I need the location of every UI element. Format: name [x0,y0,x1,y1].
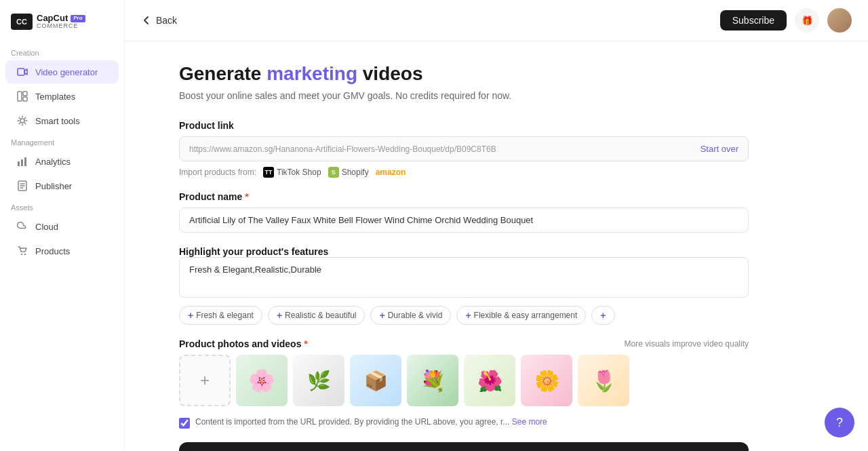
gift-icon: 🎁 [802,16,813,26]
photos-grid: + 🌸 🌿 📦 💐 🌺 🌼 🌷 [179,355,749,406]
svg-rect-5 [18,161,20,166]
main-content: Back Subscribe 🎁 Generate marketing vide… [125,0,868,451]
avatar[interactable] [827,8,852,33]
svg-rect-6 [21,159,23,166]
svg-rect-7 [24,157,26,166]
shopify-icon: S [328,167,339,178]
sidebar-label-video-generator: Video generator [35,67,98,77]
logo-icon: CC [11,14,33,30]
sidebar-item-analytics[interactable]: Analytics [5,150,119,173]
consent-checkbox[interactable] [179,418,190,429]
generate-button[interactable]: Generate [179,442,749,451]
photo-thumb-3[interactable]: 📦 [350,355,401,406]
logo: CC CapCut Pro Commerce [0,8,124,43]
tools-icon [16,115,28,127]
subscribe-button[interactable]: Subscribe [720,10,787,31]
features-input-wrap: Fresh & Elegant,Realistic,Durable [179,257,749,300]
page-content: Generate marketing videos Boost your onl… [125,41,803,451]
required-marker: * [245,191,248,202]
photo-thumb-7[interactable]: 🌷 [578,355,629,406]
feature-tag-more[interactable]: + [591,306,614,325]
sidebar-label-cloud: Cloud [35,222,58,232]
sidebar-label-publisher: Publisher [35,181,72,191]
sidebar-label-smart-tools: Smart tools [35,116,80,126]
cloud-icon [16,220,28,233]
product-link-label: Product link [179,120,749,131]
feature-tags: + Fresh & elegant + Realistic & beautifu… [179,306,749,325]
creation-section-label: Creation [0,43,124,60]
feature-tag-0[interactable]: + Fresh & elegant [179,306,262,325]
sidebar-item-cloud[interactable]: Cloud [5,215,119,238]
photo-thumb-4[interactable]: 💐 [407,355,458,406]
logo-pro: Pro [71,15,85,22]
sidebar-item-products[interactable]: Products [5,239,119,262]
photos-hint: More visuals improve video quality [625,339,749,349]
product-link-field: https://www.amazon.sg/Hananona-Artificia… [179,136,749,161]
consent-row: Content is imported from the URL provide… [179,417,749,429]
amazon-icon: amazon [376,168,406,177]
sidebar-item-publisher[interactable]: Publisher [5,174,119,197]
topbar: Back Subscribe 🎁 [125,0,868,41]
sidebar-label-products: Products [35,246,70,256]
sidebar-item-video-generator[interactable]: Video generator [5,60,119,83]
management-section-label: Management [0,133,124,149]
tiktok-icon: TT [263,167,274,178]
start-over-link[interactable]: Start over [701,144,738,154]
features-textarea[interactable]: Fresh & Elegant,Realistic,Durable [179,257,749,298]
logo-main: CapCut [37,14,68,23]
product-name-input[interactable] [179,208,749,233]
help-button[interactable]: ? [825,408,854,437]
templates-icon [16,90,28,102]
photo-thumb-2[interactable]: 🌿 [293,355,344,406]
back-button[interactable]: Back [141,15,177,26]
sidebar: CC CapCut Pro Commerce Creation Video ge… [0,0,125,451]
publisher-icon [16,180,28,192]
sidebar-label-templates: Templates [35,92,75,102]
topbar-right: Subscribe 🎁 [720,8,852,33]
assets-section-label: Assets [0,198,124,214]
gift-button[interactable]: 🎁 [795,8,819,33]
sidebar-label-analytics: Analytics [35,157,71,167]
svg-rect-1 [18,92,22,101]
consent-text: Content is imported from the URL provide… [195,417,547,427]
shopify-platform[interactable]: S Shopify [328,167,369,178]
back-arrow-icon [141,15,152,26]
features-label: Highlight your product's features [179,246,749,257]
product-url-text: https://www.amazon.sg/Hananona-Artificia… [189,144,695,154]
page-subtitle: Boost your online sales and meet your GM… [179,90,749,101]
import-label: Import products from: [179,168,256,177]
svg-point-9 [21,254,22,255]
photos-header: Product photos and videos * More visuals… [179,338,749,349]
import-row: Import products from: TT TikTok Shop S S… [179,167,749,178]
svg-rect-2 [23,92,27,96]
tiktok-shop-platform[interactable]: TT TikTok Shop [263,167,321,178]
feature-tag-3[interactable]: + Flexible & easy arrangement [456,306,586,325]
svg-point-10 [24,254,26,255]
sidebar-item-smart-tools[interactable]: Smart tools [5,109,119,132]
photos-label: Product photos and videos * [179,338,308,349]
svg-rect-3 [23,97,27,101]
sidebar-item-templates[interactable]: Templates [5,85,119,108]
svg-rect-0 [18,68,24,75]
feature-tag-2[interactable]: + Durable & vivid [370,306,451,325]
products-icon [16,245,28,257]
logo-sub: Commerce [37,23,85,30]
photo-thumb-5[interactable]: 🌺 [464,355,515,406]
video-icon [16,66,28,78]
feature-tag-1[interactable]: + Realistic & beautiful [268,306,366,325]
page-title: Generate marketing videos [179,63,749,85]
see-more-link[interactable]: See more [512,417,547,427]
logo-text: CapCut Pro Commerce [37,14,85,30]
help-icon: ? [836,416,843,430]
product-name-label: Product name * [179,191,749,202]
photo-thumb-1[interactable]: 🌸 [236,355,288,406]
amazon-platform[interactable]: amazon [376,168,406,177]
analytics-icon [16,155,28,168]
svg-point-4 [20,119,24,123]
add-photo-button[interactable]: + [179,355,231,406]
photo-thumb-6[interactable]: 🌼 [521,355,572,406]
